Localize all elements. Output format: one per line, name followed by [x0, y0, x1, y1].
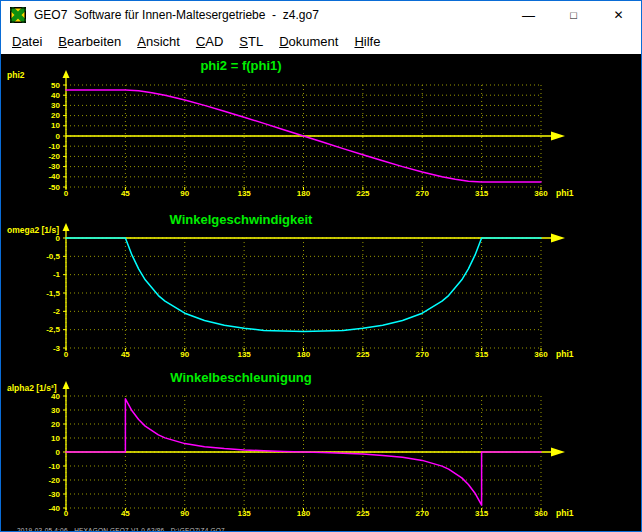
x-axis-arrow-icon — [551, 132, 565, 141]
x-tick-label: 90 — [180, 189, 189, 198]
chart-1: 50403020100-10-20-30-40-5004590135180225… — [7, 58, 574, 198]
y-tick-label: 40 — [51, 91, 60, 100]
y-tick-label: -1,5 — [46, 289, 60, 298]
x-tick-label: 0 — [64, 350, 69, 359]
plot-canvas: 50403020100-10-20-30-40-5004590135180225… — [1, 54, 641, 531]
y-tick-label: -20 — [48, 152, 60, 161]
y-axis-arrow-icon — [63, 381, 70, 389]
x-tick-label: 90 — [180, 350, 189, 359]
x-tick-label: 360 — [534, 509, 548, 518]
minimize-button[interactable]: — — [506, 1, 551, 29]
x-axis-label: phi1 — [556, 508, 574, 518]
y-axis-arrow-icon — [63, 70, 70, 78]
y-tick-label: 10 — [51, 434, 60, 443]
x-tick-label: 135 — [237, 509, 251, 518]
menu-item-datei[interactable]: Datei — [4, 31, 50, 52]
menubar: DateiBearbeitenAnsichtCADSTLDokumentHilf… — [1, 29, 641, 54]
y-tick-label: -10 — [48, 462, 60, 471]
y-tick-label: 0 — [56, 132, 61, 141]
y-tick-label: -2 — [53, 307, 61, 316]
x-tick-label: 360 — [534, 350, 548, 359]
y-tick-label: -2,5 — [46, 325, 60, 334]
x-tick-label: 180 — [297, 509, 311, 518]
chart-3: 403020100-10-20-30-400459013518022527031… — [7, 370, 574, 518]
x-tick-label: 180 — [297, 189, 311, 198]
chart-title: phi2 = f(phi1) — [200, 58, 281, 73]
titlebar[interactable]: GEO7 Software für Innen-Maltesergetriebe… — [1, 1, 641, 29]
maximize-button[interactable]: □ — [551, 1, 596, 29]
y-tick-label: -50 — [48, 183, 60, 192]
charts-svg: 50403020100-10-20-30-40-5004590135180225… — [1, 54, 641, 531]
close-icon: ✕ — [613, 9, 623, 21]
y-tick-label: -30 — [48, 490, 60, 499]
x-tick-label: 45 — [121, 350, 130, 359]
x-axis-label: phi1 — [556, 188, 574, 198]
x-tick-label: 0 — [64, 189, 69, 198]
y-tick-label: -1 — [53, 270, 61, 279]
chart-2: 0-0,5-1-1,5-2-2,5-3045901351802252703153… — [7, 212, 574, 359]
menu-item-cad[interactable]: CAD — [188, 31, 231, 52]
x-tick-label: 315 — [475, 350, 489, 359]
y-axis-label: alpha2 [1/s²] — [7, 383, 57, 393]
window-title: GEO7 Software für Innen-Maltesergetriebe… — [34, 8, 319, 22]
y-axis-arrow-icon — [63, 223, 70, 231]
x-tick-label: 225 — [356, 189, 370, 198]
window-controls: — □ ✕ — [506, 1, 641, 29]
menu-item-hilfe[interactable]: Hilfe — [346, 31, 388, 52]
x-tick-label: 135 — [237, 189, 251, 198]
x-tick-label: 225 — [356, 350, 370, 359]
chart-title: Winkelgeschwindigkeit — [170, 212, 314, 227]
x-tick-label: 0 — [64, 509, 69, 518]
status-text: 2019-03-05 4:06 - HEXAGON GEO7 V1.0 63/8… — [17, 527, 225, 532]
menu-item-ansicht[interactable]: Ansicht — [129, 31, 188, 52]
menu-item-dokument[interactable]: Dokument — [271, 31, 346, 52]
x-tick-label: 135 — [237, 350, 251, 359]
y-axis-label: omega2 [1/s] — [7, 225, 59, 235]
minimize-icon: — — [522, 9, 535, 22]
y-axis-label: phi2 — [7, 70, 25, 80]
y-tick-label: -3 — [53, 344, 61, 353]
y-tick-label: -40 — [48, 172, 60, 181]
y-tick-label: 0 — [56, 448, 61, 457]
chart-title: Winkelbeschleunigung — [170, 370, 312, 385]
x-tick-label: 180 — [297, 350, 311, 359]
x-axis-arrow-icon — [551, 448, 565, 457]
y-tick-label: -10 — [48, 142, 60, 151]
x-tick-label: 315 — [475, 509, 489, 518]
x-tick-label: 360 — [534, 189, 548, 198]
x-tick-label: 270 — [416, 350, 430, 359]
x-axis-arrow-icon — [551, 234, 565, 243]
y-tick-label: -40 — [48, 504, 60, 513]
x-tick-label: 45 — [121, 509, 130, 518]
x-tick-label: 225 — [356, 509, 370, 518]
x-axis-label: phi1 — [556, 349, 574, 359]
y-tick-label: 10 — [51, 121, 60, 130]
y-tick-label: 20 — [51, 111, 60, 120]
x-tick-label: 90 — [180, 509, 189, 518]
y-tick-label: -0,5 — [46, 252, 60, 261]
y-tick-label: 30 — [51, 406, 60, 415]
x-tick-label: 270 — [416, 509, 430, 518]
x-tick-label: 45 — [121, 189, 130, 198]
menu-item-stl[interactable]: STL — [231, 31, 271, 52]
app-icon — [10, 7, 26, 23]
y-tick-label: 50 — [51, 81, 60, 90]
app-window: GEO7 Software für Innen-Maltesergetriebe… — [0, 0, 642, 532]
y-tick-label: -20 — [48, 476, 60, 485]
x-tick-label: 270 — [416, 189, 430, 198]
close-button[interactable]: ✕ — [596, 1, 641, 29]
y-tick-label: -30 — [48, 162, 60, 171]
x-tick-label: 315 — [475, 189, 489, 198]
status-bar: 2019-03-05 4:06 - HEXAGON GEO7 V1.0 63/8… — [5, 520, 225, 532]
maximize-icon: □ — [570, 10, 577, 21]
y-tick-label: 20 — [51, 420, 60, 429]
menu-item-bearbeiten[interactable]: Bearbeiten — [50, 31, 129, 52]
y-tick-label: 30 — [51, 101, 60, 110]
curve-2 — [66, 238, 541, 332]
